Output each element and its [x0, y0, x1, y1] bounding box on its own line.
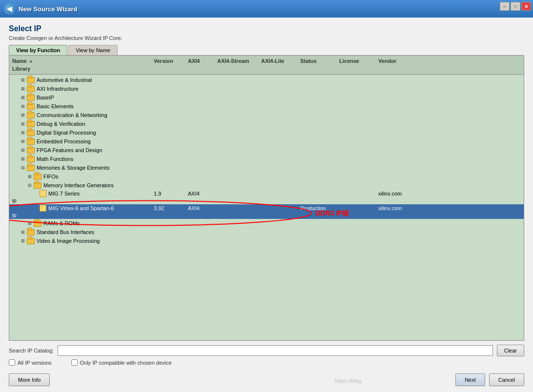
- checkbox-all-versions-label: All IP versions: [9, 359, 52, 366]
- tree-item-dsp[interactable]: ⊞ Digital Signal Processing: [9, 128, 524, 137]
- tree-item-baseip[interactable]: ⊞ BaseIP: [9, 93, 524, 102]
- checkbox-compatible[interactable]: [71, 359, 78, 366]
- app-icon: ◀: [4, 3, 15, 14]
- search-input[interactable]: [58, 345, 493, 356]
- title-bar: ◀ New Source Wizard ─ □ ✕: [0, 0, 533, 18]
- expand-debug[interactable]: ⊞: [19, 120, 27, 128]
- col-version: Version: [151, 57, 185, 65]
- tree-item-embedded[interactable]: ⊞ Embedded Processing: [9, 137, 524, 146]
- footer: More Info https://blog. Next Cancel: [0, 370, 533, 392]
- migvirtex-vendor: xilinx.com: [375, 205, 414, 212]
- label-baseip: BaseIP: [37, 95, 54, 100]
- folder-comms-icon: [27, 112, 35, 118]
- search-label: Search IP Catalog:: [9, 348, 54, 353]
- migvirtex-status: Production: [297, 205, 336, 212]
- bottom-area: Search IP Catalog: Clear All IP versions…: [0, 341, 533, 370]
- tree-item-math[interactable]: ⊞ Math Functions: [9, 155, 524, 163]
- maximize-button[interactable]: □: [511, 2, 520, 11]
- migvirtex-license: [336, 208, 375, 209]
- checkbox-compatible-label: Only IP compatible with chosen device: [71, 359, 172, 366]
- expand-embedded[interactable]: ⊞: [19, 137, 27, 145]
- folder-basic-icon: [27, 103, 35, 110]
- window-controls: ─ □ ✕: [500, 2, 531, 11]
- label-stdbus: Standard Bus Interfaces: [37, 229, 94, 235]
- expand-baseip[interactable]: ⊞: [19, 94, 27, 101]
- mig7-axi4: AXI4: [185, 190, 214, 197]
- folder-video-icon: [27, 238, 35, 244]
- more-info-button[interactable]: More Info: [9, 373, 50, 386]
- label-mig: Memory Interface Generators: [43, 182, 114, 188]
- folder-fifos-icon: [34, 174, 41, 180]
- label-basic: Basic Elements: [37, 103, 74, 109]
- cancel-button[interactable]: Cancel: [489, 373, 524, 386]
- mig7-axi4stream: [214, 193, 258, 194]
- clear-button[interactable]: Clear: [497, 345, 524, 356]
- label-memories: Memories & Storage Elements: [37, 165, 109, 171]
- folder-dsp-icon: [27, 130, 35, 136]
- tree-item-migvirtex[interactable]: MIG Virtex-6 and Spartan-6 3.92 AXI4 Pro…: [9, 204, 524, 219]
- expand-memories[interactable]: ⊟: [19, 164, 27, 172]
- tree-item-comms[interactable]: ⊞ Communication & Networking: [9, 111, 524, 119]
- expand-automotive[interactable]: ⊞: [19, 76, 27, 84]
- folder-mig-icon: [34, 182, 41, 189]
- expand-dsp[interactable]: ⊞: [19, 129, 27, 137]
- migvirtex-axi4stream: [214, 208, 258, 209]
- mig7-version: 1.9: [151, 190, 185, 197]
- close-button[interactable]: ✕: [521, 2, 531, 11]
- migvirtex-library: ip: [9, 212, 151, 218]
- label-mig7: MIG 7 Series: [48, 191, 80, 196]
- col-license: License: [336, 57, 375, 65]
- col-axi4stream: AXI4-Stream: [214, 57, 258, 65]
- dialog-header: Select IP Create Coregen or Architecture…: [0, 18, 533, 45]
- mig7-status: [297, 193, 336, 194]
- checkbox-all-versions[interactable]: [9, 359, 15, 366]
- expand-basic[interactable]: ⊞: [19, 102, 27, 110]
- expand-fpga[interactable]: ⊞: [19, 146, 27, 154]
- search-row: Search IP Catalog: Clear: [9, 345, 524, 356]
- mig7-axi4lite: [258, 193, 297, 194]
- tree-item-fpga[interactable]: ⊞ FPGA Features and Design: [9, 146, 524, 155]
- expand-axi[interactable]: ⊞: [19, 85, 27, 93]
- next-button[interactable]: Next: [455, 373, 485, 386]
- tree-item-basic[interactable]: ⊞ Basic Elements: [9, 102, 524, 111]
- folder-baseip-icon: [27, 95, 35, 101]
- folder-math-icon: [27, 156, 35, 162]
- mig7-license: [336, 193, 375, 194]
- tab-function[interactable]: View by Function: [9, 45, 67, 55]
- tree-item-axi[interactable]: ⊞ AXI Infrastructure: [9, 84, 524, 93]
- mig7-vendor: xilinx.com: [375, 190, 414, 197]
- minimize-button[interactable]: ─: [500, 2, 510, 11]
- tree-item-automotive[interactable]: ⊞ Automotive & Industrial: [9, 76, 524, 84]
- expand-math[interactable]: ⊞: [19, 155, 27, 163]
- tree-item-rams[interactable]: ⊞ RAMs & ROMs: [9, 219, 524, 228]
- label-debug: Debug & Verification: [37, 121, 85, 127]
- tree-item-video[interactable]: ⊞ Video & Image Processing: [9, 236, 524, 245]
- label-migvirtex: MIG Virtex-6 and Spartan-6: [48, 205, 114, 211]
- expand-mig[interactable]: ⊟: [26, 181, 34, 189]
- tree-item-mig7[interactable]: MIG 7 Series 1.9 AXI4 xilinx.com ip: [9, 190, 524, 204]
- col-name[interactable]: Name ▲: [9, 57, 151, 65]
- expand-fifos[interactable]: ⊞: [26, 173, 34, 180]
- sort-arrow-name: ▲: [29, 59, 33, 63]
- expand-rams[interactable]: ⊞: [26, 219, 34, 227]
- col-vendor: Vendor: [375, 57, 414, 65]
- folder-axi-icon: [27, 86, 35, 92]
- migvirtex-axi4: AXI4: [185, 205, 214, 212]
- tree-item-stdbus[interactable]: ⊞ Standard Bus Interfaces: [9, 228, 524, 236]
- dialog: Select IP Create Coregen or Architecture…: [0, 18, 533, 392]
- tab-name[interactable]: View by Name: [68, 45, 118, 55]
- folder-debug-icon: [27, 121, 35, 127]
- footer-left: More Info: [9, 373, 50, 386]
- label-math: Math Functions: [37, 156, 73, 162]
- expand-video[interactable]: ⊞: [19, 237, 27, 245]
- checkbox-row: All IP versions Only IP compatible with …: [9, 359, 524, 366]
- expand-stdbus[interactable]: ⊞: [19, 228, 27, 236]
- folder-fpga-icon: [27, 147, 35, 154]
- col-library: Library: [9, 65, 151, 73]
- tree-item-memories[interactable]: ⊟ Memories & Storage Elements: [9, 163, 524, 172]
- expand-comms[interactable]: ⊞: [19, 111, 27, 119]
- tree-item-mig[interactable]: ⊟ Memory Interface Generators: [9, 181, 524, 190]
- tree-item-fifos[interactable]: ⊞ FIFOs: [9, 172, 524, 181]
- tree-item-debug[interactable]: ⊞ Debug & Verification: [9, 119, 524, 128]
- label-video: Video & Image Processing: [37, 238, 100, 244]
